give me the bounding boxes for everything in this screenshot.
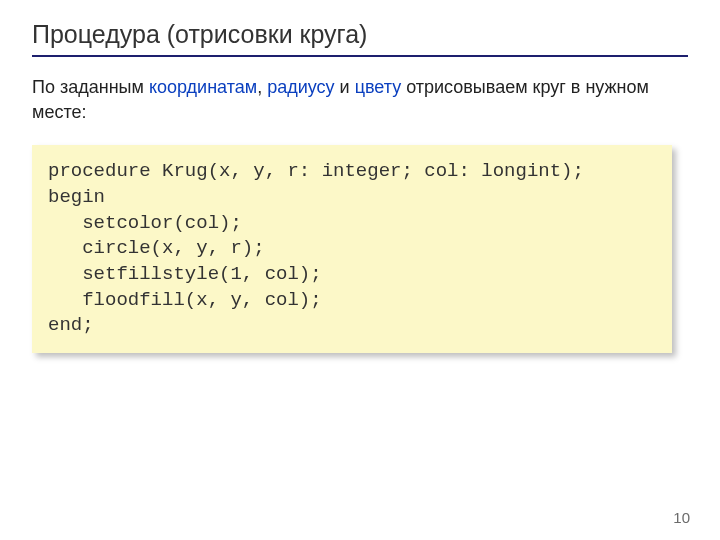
subtitle-text: По заданным	[32, 77, 149, 97]
subtitle-highlight-radius: радиусу	[267, 77, 334, 97]
page-number: 10	[673, 509, 690, 526]
slide-subtitle: По заданным координатам, радиусу и цвету…	[32, 75, 688, 125]
subtitle-highlight-coords: координатам	[149, 77, 257, 97]
subtitle-text: и	[335, 77, 355, 97]
subtitle-text: ,	[257, 77, 267, 97]
subtitle-highlight-color: цвету	[355, 77, 402, 97]
code-block: procedure Krug(x, y, r: integer; col: lo…	[32, 145, 672, 352]
slide-title: Процедура (отрисовки круга)	[32, 20, 688, 57]
slide: Процедура (отрисовки круга) По заданным …	[0, 0, 720, 353]
